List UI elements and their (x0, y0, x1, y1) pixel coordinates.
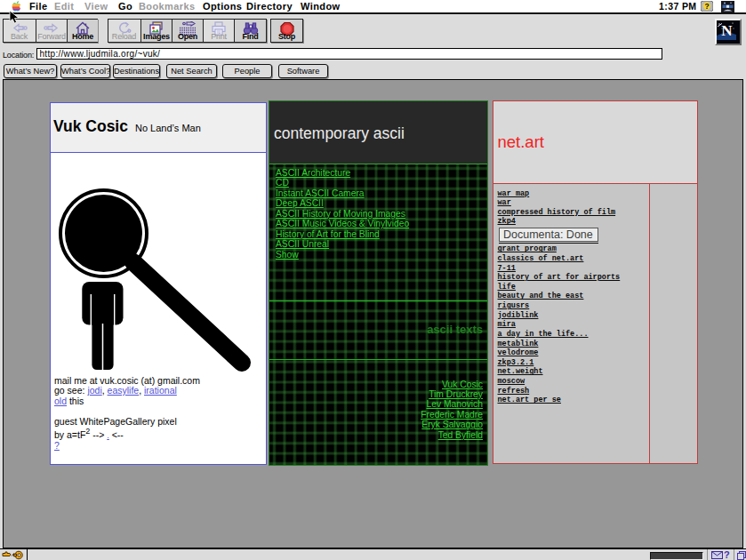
svg-text:N: N (721, 22, 733, 39)
svg-text:?: ? (704, 2, 709, 11)
